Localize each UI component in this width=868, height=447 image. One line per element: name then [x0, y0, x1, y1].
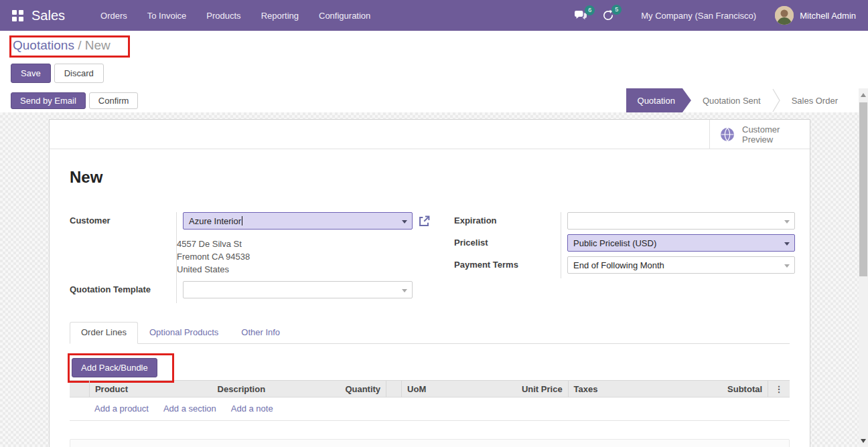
- expiration-input[interactable]: [567, 212, 795, 230]
- breadcrumb-quotations-link[interactable]: Quotations: [13, 38, 74, 52]
- text-cursor: [242, 216, 242, 226]
- expiration-caret-icon[interactable]: [784, 220, 790, 224]
- button-box: Customer Preview: [50, 120, 810, 149]
- company-switcher[interactable]: My Company (San Francisco): [641, 11, 756, 21]
- quotation-template-input[interactable]: [183, 281, 413, 298]
- pricelist-label: Pricelist: [454, 234, 561, 256]
- order-lines-actions: Add a product Add a section Add a note: [70, 397, 790, 421]
- quotation-template-label: Quotation Template: [70, 281, 176, 303]
- sheet-body: New Customer Azure Interior: [50, 149, 810, 447]
- customer-preview-button[interactable]: Customer Preview: [709, 120, 810, 149]
- send-by-email-button[interactable]: Send by Email: [11, 92, 86, 109]
- avatar: [775, 6, 794, 25]
- add-a-section-link[interactable]: Add a section: [163, 404, 216, 414]
- messages-badge: 6: [585, 5, 595, 15]
- app-name[interactable]: Sales: [31, 8, 65, 23]
- payment-terms-value: End of Following Month: [573, 260, 664, 270]
- tab-other-info[interactable]: Other Info: [230, 322, 291, 343]
- breadcrumb: Quotations / New: [13, 38, 111, 53]
- address-line-1: 4557 De Silva St: [177, 238, 431, 250]
- annotation-box-breadcrumb: Quotations / New: [9, 35, 130, 58]
- activities-badge: 5: [611, 5, 622, 15]
- record-actions: Save Discard: [11, 64, 857, 83]
- payment-terms-label: Payment Terms: [454, 256, 561, 278]
- stage-separator-icon: [772, 88, 780, 112]
- add-a-note-link[interactable]: Add a note: [231, 404, 273, 414]
- discard-button[interactable]: Discard: [54, 64, 104, 83]
- customer-input[interactable]: Azure Interior: [183, 212, 413, 230]
- column-quantity: Quantity: [326, 381, 386, 397]
- pricelist-input[interactable]: Public Pricelist (USD): [567, 234, 795, 252]
- column-unit-price: Unit Price: [519, 381, 569, 397]
- add-a-product-link[interactable]: Add a product: [94, 404, 149, 414]
- stage-quotation-sent[interactable]: Quotation Sent: [691, 88, 772, 112]
- external-link-icon[interactable]: [418, 215, 431, 228]
- stage-quotation[interactable]: Quotation: [626, 88, 691, 112]
- menu-orders[interactable]: Orders: [90, 0, 137, 31]
- address-label-spacer: [70, 234, 176, 281]
- customer-label: Customer: [70, 212, 176, 234]
- address-line-3: United States: [177, 263, 431, 276]
- quotation-template-caret-icon[interactable]: [402, 289, 407, 292]
- control-panel: Quotations / New Save Discard: [0, 31, 868, 88]
- menu-reporting[interactable]: Reporting: [251, 0, 309, 31]
- top-navbar: Sales Orders To Invoice Products Reporti…: [0, 0, 868, 31]
- globe-icon: [720, 127, 735, 142]
- expiration-label: Expiration: [454, 212, 561, 234]
- save-button[interactable]: Save: [11, 64, 51, 83]
- column-taxes: Taxes: [569, 384, 697, 394]
- order-lines-header: Product Description Quantity UoM Unit Pr…: [70, 380, 790, 397]
- user-name: Mitchell Admin: [800, 11, 856, 21]
- breadcrumb-separator: /: [78, 38, 81, 52]
- payment-terms-input[interactable]: End of Following Month: [567, 256, 795, 274]
- pricelist-value: Public Pricelist (USD): [573, 238, 656, 248]
- page-title: New: [70, 168, 790, 187]
- tab-optional-products[interactable]: Optional Products: [138, 322, 230, 343]
- customer-dropdown-caret-icon[interactable]: [402, 220, 407, 224]
- scroll-down-icon[interactable]: [861, 439, 866, 443]
- column-description: Description: [212, 384, 327, 394]
- customer-address: 4557 De Silva St Fremont CA 94538 United…: [176, 234, 431, 281]
- vertical-scrollbar[interactable]: [859, 88, 868, 447]
- right-field-group: Expiration Pricelist Public Pricelist (U…: [454, 212, 795, 303]
- pricelist-caret-icon[interactable]: [784, 242, 790, 246]
- scroll-up-icon[interactable]: [861, 93, 866, 97]
- terms-area: [70, 439, 790, 447]
- field-groups: Customer Azure Interior: [70, 212, 790, 303]
- menu-configuration[interactable]: Configuration: [309, 0, 380, 31]
- workflow-bar: Send by Email Confirm Quotation Quotatio…: [0, 88, 868, 112]
- tab-order-lines[interactable]: Order Lines: [70, 322, 138, 344]
- address-line-2: Fremont CA 94538: [177, 250, 431, 263]
- activities-icon[interactable]: 5: [597, 5, 620, 25]
- column-subtotal: Subtotal: [696, 384, 768, 394]
- apps-menu-icon[interactable]: [12, 10, 23, 21]
- menu-to-invoice[interactable]: To Invoice: [137, 0, 197, 31]
- column-uom: UoM: [402, 384, 519, 394]
- stage-sales-order[interactable]: Sales Order: [780, 88, 849, 112]
- sales-quotation-page: Sales Orders To Invoice Products Reporti…: [0, 0, 868, 447]
- navbar-right: 6 5 My Company (San Francisco): [569, 5, 859, 25]
- left-field-group: Customer Azure Interior: [70, 212, 431, 303]
- column-product: Product: [90, 384, 212, 394]
- user-menu[interactable]: Mitchell Admin: [775, 6, 859, 25]
- confirm-button[interactable]: Confirm: [89, 92, 139, 109]
- customer-preview-label: Customer Preview: [742, 124, 786, 145]
- customer-value: Azure Interior: [189, 216, 241, 226]
- add-pack-bundle-button[interactable]: Add Pack/Bundle: [72, 358, 157, 377]
- handle-column-header: [70, 381, 90, 397]
- main-menu: Orders To Invoice Products Reporting Con…: [90, 0, 380, 31]
- workflow-buttons: Send by Email Confirm: [11, 92, 138, 109]
- column-spacer: [386, 381, 402, 397]
- optional-columns-icon[interactable]: ⋮: [768, 381, 790, 397]
- payment-terms-caret-icon[interactable]: [784, 264, 790, 268]
- form-sheet: Customer Preview New Customer Azure Inte…: [49, 119, 810, 447]
- annotation-box-add-pack-bundle: Add Pack/Bundle: [68, 353, 174, 383]
- breadcrumb-current: New: [85, 38, 111, 52]
- scrollbar-thumb[interactable]: [859, 102, 867, 276]
- messages-icon[interactable]: 6: [569, 6, 593, 25]
- statusbar: Quotation Quotation Sent Sales Order: [626, 88, 849, 112]
- menu-products[interactable]: Products: [196, 0, 250, 31]
- content-area: Customer Preview New Customer Azure Inte…: [0, 112, 868, 447]
- notebook-tabs: Order Lines Optional Products Other Info: [70, 322, 790, 344]
